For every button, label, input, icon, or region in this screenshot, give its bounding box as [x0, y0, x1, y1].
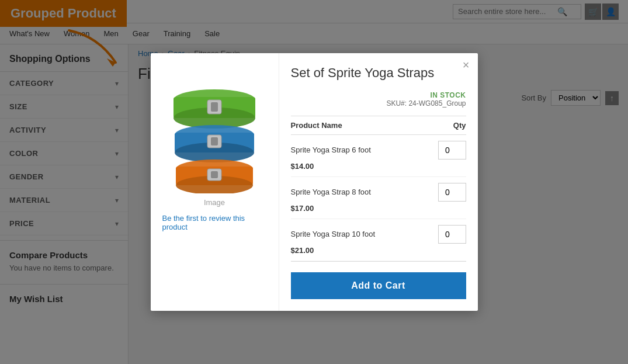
- product-table: Product Name Qty Sprite Yoga Strap 6 foo…: [291, 116, 466, 262]
- modal-image-section: Image Be the first to review this produc…: [151, 53, 279, 311]
- product-row-top-2: Sprite Yoga Strap 8 foot: [291, 183, 466, 202]
- stock-status-badge: IN STOCK: [291, 91, 466, 99]
- product-image: [162, 65, 267, 193]
- table-row: Sprite Yoga Strap 8 foot $17.00: [291, 177, 466, 219]
- product-modal: Image Be the first to review this produc…: [151, 53, 478, 311]
- product-price-1: $14.00: [291, 162, 466, 171]
- product-row-top-3: Sprite Yoga Strap 10 foot: [291, 225, 466, 244]
- product-name-3: Sprite Yoga Strap 10 foot: [291, 230, 376, 238]
- sku-label: SKU#:: [386, 99, 407, 108]
- product-price-2: $17.00: [291, 204, 466, 213]
- svg-rect-5: [211, 102, 218, 112]
- sku-value: 24-WG085_Group: [408, 99, 466, 108]
- qty-input-3[interactable]: [438, 225, 466, 244]
- add-to-cart-button[interactable]: Add to Cart: [291, 272, 466, 299]
- product-name-1: Sprite Yoga Strap 6 foot: [291, 145, 371, 154]
- qty-input-2[interactable]: [438, 183, 466, 202]
- table-col-name-header: Product Name: [291, 121, 342, 130]
- modal-close-button[interactable]: ×: [463, 59, 470, 71]
- modal-title: Set of Sprite Yoga Straps: [291, 65, 466, 82]
- svg-rect-15: [211, 171, 218, 178]
- product-row-top-1: Sprite Yoga Strap 6 foot: [291, 141, 466, 160]
- modal-overlay: Image Be the first to review this produc…: [0, 0, 628, 364]
- table-header: Product Name Qty: [291, 116, 466, 135]
- review-link[interactable]: Be the first to review this product: [162, 214, 267, 231]
- qty-input-1[interactable]: [438, 141, 466, 160]
- sku-info: SKU#: 24-WG085_Group: [291, 99, 466, 108]
- table-col-qty-header: Qty: [453, 121, 466, 130]
- product-price-3: $21.00: [291, 246, 466, 255]
- product-name-2: Sprite Yoga Strap 8 foot: [291, 188, 371, 196]
- svg-rect-10: [211, 137, 218, 145]
- modal-content-section: × Set of Sprite Yoga Straps IN STOCK SKU…: [279, 53, 478, 311]
- table-row: Sprite Yoga Strap 10 foot $21.00: [291, 219, 466, 261]
- image-label: Image: [204, 198, 225, 207]
- table-row: Sprite Yoga Strap 6 foot $14.00: [291, 135, 466, 177]
